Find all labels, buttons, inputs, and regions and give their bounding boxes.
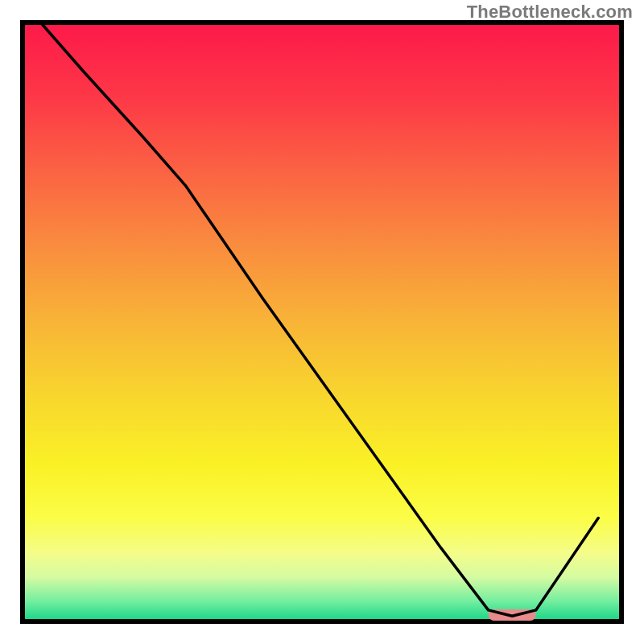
- gradient-background: [25, 25, 619, 619]
- attribution-label: TheBottleneck.com: [467, 2, 633, 23]
- bottleneck-chart: [0, 0, 644, 644]
